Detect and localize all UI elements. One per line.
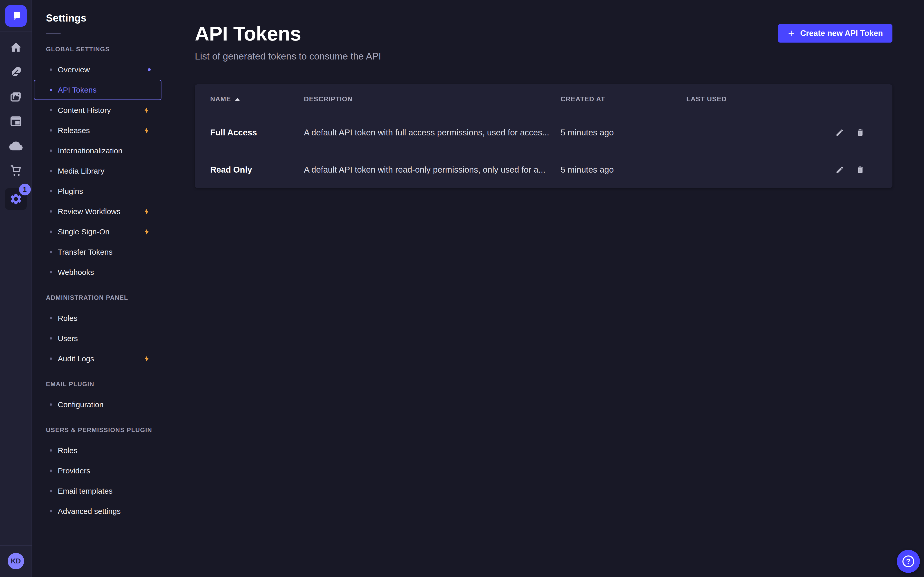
bullet-icon <box>50 337 52 340</box>
sidebar-item-transfer-tokens[interactable]: Transfer Tokens <box>34 242 162 262</box>
sidebar-item-admin-users[interactable]: Users <box>34 328 162 348</box>
sidebar-item-email-configuration[interactable]: Configuration <box>34 395 162 415</box>
app-root: 1 KD Settings GLOBAL SETTINGS Overview A… <box>0 0 924 577</box>
sidebar-item-providers[interactable]: Providers <box>34 461 162 481</box>
content-builder-feather-icon[interactable] <box>9 65 23 79</box>
table-header-row: NAME DESCRIPTION CREATED AT LAST USED <box>195 84 892 114</box>
sidebar-item-label: Email templates <box>58 487 112 495</box>
token-created-at: 5 minutes ago <box>561 128 687 137</box>
column-header-name[interactable]: NAME <box>210 95 304 103</box>
row-actions <box>820 165 877 174</box>
bullet-icon <box>50 510 52 513</box>
token-name: Full Access <box>210 128 304 137</box>
bullet-icon <box>50 230 52 233</box>
rail-divider <box>0 545 32 546</box>
settings-gear-icon[interactable]: 1 <box>5 188 27 210</box>
edit-pencil-icon[interactable] <box>835 128 844 137</box>
token-description: A default API token with full access per… <box>304 128 561 137</box>
sidebar-item-label: Releases <box>58 126 90 135</box>
token-created-at: 5 minutes ago <box>561 165 687 175</box>
section-label: USERS & PERMISSIONS PLUGIN <box>46 427 165 434</box>
edit-pencil-icon[interactable] <box>835 165 844 174</box>
sidebar-item-releases[interactable]: Releases <box>34 120 162 140</box>
sidebar-item-label: Webhooks <box>58 268 94 277</box>
subnav-title-divider <box>46 33 61 34</box>
page-header: API Tokens List of generated tokens to c… <box>195 22 892 62</box>
sidebar-item-single-sign-on[interactable]: Single Sign-On <box>34 222 162 242</box>
sidebar-item-plugins[interactable]: Plugins <box>34 181 162 201</box>
sidebar-item-label: Roles <box>58 446 78 455</box>
question-mark-icon: ? <box>903 556 914 567</box>
sidebar-item-label: Media Library <box>58 167 105 176</box>
api-tokens-table: NAME DESCRIPTION CREATED AT LAST USED Fu… <box>195 84 892 188</box>
main-content: API Tokens List of generated tokens to c… <box>165 0 924 577</box>
sidebar-item-label: Plugins <box>58 187 83 196</box>
table-row-full-access[interactable]: Full Access A default API token with ful… <box>195 114 892 151</box>
sidebar-item-label: Audit Logs <box>58 355 94 363</box>
page-header-text: API Tokens List of generated tokens to c… <box>195 22 381 62</box>
sidebar-item-label: Review Workflows <box>58 207 121 216</box>
sidebar-item-label: API Tokens <box>58 85 97 94</box>
sort-ascending-icon <box>235 98 240 101</box>
strapi-logo-icon <box>9 9 23 23</box>
column-header-name-label: NAME <box>210 95 231 103</box>
table-row-read-only[interactable]: Read Only A default API token with read-… <box>195 151 892 188</box>
section-label: EMAIL PLUGIN <box>46 380 165 388</box>
page-title: API Tokens <box>195 22 381 45</box>
sidebar-item-content-history[interactable]: Content History <box>34 100 162 120</box>
sidebar-item-label: Internationalization <box>58 147 123 155</box>
bullet-icon <box>50 490 52 492</box>
sidebar-item-advanced-settings[interactable]: Advanced settings <box>34 501 162 521</box>
sidebar-item-webhooks[interactable]: Webhooks <box>34 262 162 282</box>
section-administration-panel: ADMINISTRATION PANEL Roles Users Audit L… <box>32 294 165 369</box>
sidebar-item-api-tokens[interactable]: API Tokens <box>34 80 162 100</box>
bullet-icon <box>50 150 52 152</box>
marketplace-cart-icon[interactable] <box>9 164 23 177</box>
token-description: A default API token with read-only permi… <box>304 165 561 175</box>
media-library-icon[interactable] <box>9 90 23 103</box>
create-api-token-button[interactable]: Create new API Token <box>778 24 892 43</box>
bullet-icon <box>50 129 52 132</box>
delete-trash-icon[interactable] <box>856 128 865 137</box>
deploy-cloud-icon[interactable] <box>9 139 23 153</box>
row-actions <box>820 128 877 137</box>
help-button[interactable]: ? <box>897 550 920 573</box>
sidebar-item-up-roles[interactable]: Roles <box>34 440 162 461</box>
home-icon[interactable] <box>9 40 23 54</box>
bullet-icon <box>50 190 52 192</box>
sidebar-item-label: Providers <box>58 466 90 475</box>
strapi-logo[interactable] <box>5 5 27 27</box>
bullet-icon <box>50 469 52 472</box>
create-api-token-label: Create new API Token <box>800 29 883 38</box>
bullet-icon <box>50 68 52 71</box>
section-users-permissions-plugin: USERS & PERMISSIONS PLUGIN Roles Provide… <box>32 427 165 521</box>
rail-icon-nav: 1 <box>5 32 27 210</box>
column-header-created-at: CREATED AT <box>561 95 687 103</box>
token-name: Read Only <box>210 165 304 175</box>
sidebar-item-label: Advanced settings <box>58 507 121 516</box>
sidebar-item-label: Transfer Tokens <box>58 248 112 256</box>
bullet-icon <box>50 109 52 111</box>
sidebar-item-media-library[interactable]: Media Library <box>34 161 162 181</box>
sidebar-item-overview[interactable]: Overview <box>34 60 162 80</box>
delete-trash-icon[interactable] <box>856 165 865 174</box>
sidebar-item-audit-logs[interactable]: Audit Logs <box>34 348 162 369</box>
content-manager-layout-icon[interactable] <box>9 114 23 128</box>
sidebar-item-label: Roles <box>58 314 78 322</box>
lightning-bolt-icon <box>143 106 151 114</box>
sidebar-item-internationalization[interactable]: Internationalization <box>34 140 162 161</box>
sidebar-item-review-workflows[interactable]: Review Workflows <box>34 201 162 222</box>
user-avatar[interactable]: KD <box>8 553 24 569</box>
bullet-icon <box>50 271 52 273</box>
main-nav-rail: 1 KD <box>0 0 32 577</box>
rail-bottom: KD <box>0 545 32 577</box>
sidebar-item-email-templates[interactable]: Email templates <box>34 481 162 501</box>
bullet-icon <box>50 210 52 213</box>
section-email-plugin: EMAIL PLUGIN Configuration <box>32 380 165 415</box>
bullet-icon <box>50 251 52 253</box>
sidebar-item-admin-roles[interactable]: Roles <box>34 308 162 328</box>
column-header-description: DESCRIPTION <box>304 95 561 103</box>
lightning-bolt-icon <box>143 208 151 215</box>
bullet-icon <box>50 403 52 406</box>
bullet-icon <box>50 449 52 451</box>
